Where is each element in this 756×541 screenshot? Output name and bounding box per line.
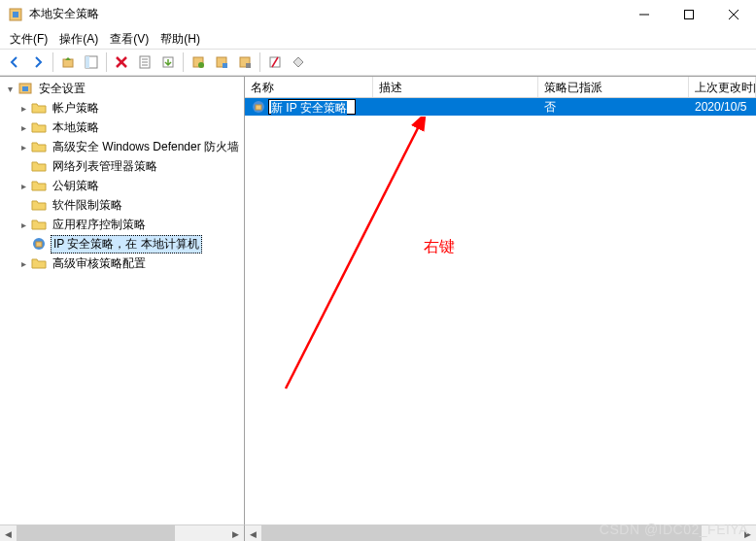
- tree-item-label: 本地策略: [51, 118, 101, 137]
- expand-icon[interactable]: ▸: [17, 122, 29, 133]
- column-name[interactable]: 名称: [245, 77, 373, 97]
- security-root-icon: [17, 81, 33, 96]
- svg-rect-6: [63, 59, 73, 67]
- tree-item[interactable]: ▸本地策略: [0, 118, 244, 137]
- tree-item[interactable]: IP 安全策略，在 本地计算机: [0, 234, 244, 254]
- svg-rect-26: [36, 242, 42, 247]
- scroll-right-icon[interactable]: ▶: [227, 525, 244, 541]
- list-panel: 名称 描述 策略已指派 上次更改时间 新 IP 安全策略否2020/10/5: [245, 77, 756, 524]
- list-hscroll[interactable]: ◀ ▶: [245, 524, 756, 541]
- svg-rect-3: [685, 10, 694, 18]
- forward-button[interactable]: [27, 51, 49, 73]
- menu-file[interactable]: 文件(F): [4, 29, 53, 50]
- tree-item[interactable]: ▸公钥策略: [0, 176, 244, 195]
- tree-root-label: 安全设置: [37, 80, 87, 98]
- tool-button-3[interactable]: [234, 51, 256, 73]
- tree-item-label: 软件限制策略: [51, 196, 124, 215]
- tree-hscroll[interactable]: ◀ ▶: [0, 524, 245, 541]
- toolbar-separator: [52, 52, 53, 72]
- tree-item-label: 高级安全 Windows Defender 防火墙: [51, 138, 241, 156]
- svg-rect-28: [256, 105, 261, 110]
- tree-item[interactable]: 网络列表管理器策略: [0, 156, 244, 176]
- tree-item-label: 公钥策略: [51, 177, 101, 195]
- tree-item[interactable]: ▸高级审核策略配置: [0, 254, 244, 273]
- app-icon: [8, 7, 23, 22]
- content-area: ▾ 安全设置 ▸帐户策略▸本地策略▸高级安全 Windows Defender …: [0, 76, 756, 524]
- expand-icon[interactable]: ▸: [17, 220, 29, 230]
- export-button[interactable]: [157, 51, 179, 73]
- list-header: 名称 描述 策略已指派 上次更改时间: [245, 77, 756, 98]
- expand-icon[interactable]: ▸: [17, 103, 29, 114]
- svg-rect-21: [246, 63, 251, 68]
- list-body[interactable]: 新 IP 安全策略否2020/10/5: [245, 98, 756, 524]
- collapse-icon[interactable]: ▾: [4, 84, 16, 94]
- folder-icon: [31, 255, 47, 271]
- tree-item-label: 网络列表管理器策略: [51, 157, 159, 176]
- minimize-button[interactable]: [622, 0, 667, 29]
- back-button[interactable]: [4, 51, 25, 73]
- scroll-right-icon[interactable]: ▶: [739, 525, 756, 541]
- folder-icon: [31, 197, 47, 213]
- window-title: 本地安全策略: [29, 6, 622, 22]
- ipsec-icon: [31, 236, 47, 252]
- tree-item[interactable]: ▸帐户策略: [0, 98, 244, 118]
- column-desc[interactable]: 描述: [373, 77, 538, 97]
- cell-assigned: 否: [538, 98, 689, 117]
- cell-name: 新 IP 安全策略: [245, 98, 373, 116]
- tool-button-4[interactable]: [264, 51, 286, 73]
- svg-rect-1: [13, 12, 18, 17]
- svg-rect-24: [22, 86, 28, 91]
- delete-button[interactable]: [111, 51, 132, 73]
- tool-button-5[interactable]: [288, 51, 309, 73]
- folder-icon: [31, 217, 47, 232]
- expand-icon[interactable]: ▸: [17, 181, 29, 191]
- menubar: 文件(F) 操作(A) 查看(V) 帮助(H): [0, 29, 756, 49]
- expand-icon[interactable]: ▸: [17, 142, 29, 152]
- toolbar-separator: [259, 52, 260, 72]
- tree-root[interactable]: ▾ 安全设置: [0, 79, 244, 98]
- properties-button[interactable]: [134, 51, 155, 73]
- folder-icon: [31, 158, 47, 174]
- folder-icon: [31, 139, 47, 154]
- tool-button-2[interactable]: [211, 51, 232, 73]
- folder-icon: [31, 119, 47, 135]
- tree-item-label: 高级审核策略配置: [51, 254, 148, 273]
- up-button[interactable]: [57, 51, 79, 73]
- menu-view[interactable]: 查看(V): [104, 29, 155, 50]
- tree-item-label: IP 安全策略，在 本地计算机: [51, 235, 202, 254]
- show-tree-button[interactable]: [81, 51, 102, 73]
- tree-item-label: 应用程序控制策略: [51, 216, 148, 234]
- svg-rect-8: [86, 56, 89, 68]
- svg-point-17: [198, 62, 204, 68]
- folder-icon: [31, 178, 47, 193]
- toolbar-separator: [183, 52, 184, 72]
- tool-button-1[interactable]: [188, 51, 209, 73]
- tree-item[interactable]: ▸高级安全 Windows Defender 防火墙: [0, 137, 244, 156]
- column-assigned[interactable]: 策略已指派: [538, 77, 689, 97]
- maximize-button[interactable]: [667, 0, 711, 29]
- cell-desc: [373, 106, 538, 108]
- rename-input[interactable]: 新 IP 安全策略: [268, 99, 356, 115]
- toolbar-separator: [106, 52, 107, 72]
- titlebar: 本地安全策略: [0, 0, 756, 29]
- cell-modified: 2020/10/5: [689, 99, 756, 115]
- tree-item[interactable]: 软件限制策略: [0, 195, 244, 215]
- bottom-scrollbar-area: ◀ ▶ ◀ ▶: [0, 524, 756, 541]
- expand-icon[interactable]: ▸: [17, 258, 29, 269]
- tree-item[interactable]: ▸应用程序控制策略: [0, 215, 244, 234]
- toolbar: [0, 49, 756, 76]
- tree-panel: ▾ 安全设置 ▸帐户策略▸本地策略▸高级安全 Windows Defender …: [0, 77, 245, 524]
- svg-rect-19: [223, 63, 227, 68]
- tree[interactable]: ▾ 安全设置 ▸帐户策略▸本地策略▸高级安全 Windows Defender …: [0, 77, 244, 524]
- list-row[interactable]: 新 IP 安全策略否2020/10/5: [245, 98, 756, 116]
- menu-action[interactable]: 操作(A): [53, 29, 104, 50]
- close-button[interactable]: [711, 0, 756, 29]
- column-modified[interactable]: 上次更改时间: [689, 77, 756, 97]
- scroll-left-icon[interactable]: ◀: [0, 525, 17, 541]
- scroll-left-icon[interactable]: ◀: [245, 525, 261, 541]
- menu-help[interactable]: 帮助(H): [155, 29, 206, 50]
- folder-icon: [31, 100, 47, 116]
- tree-item-label: 帐户策略: [51, 99, 101, 118]
